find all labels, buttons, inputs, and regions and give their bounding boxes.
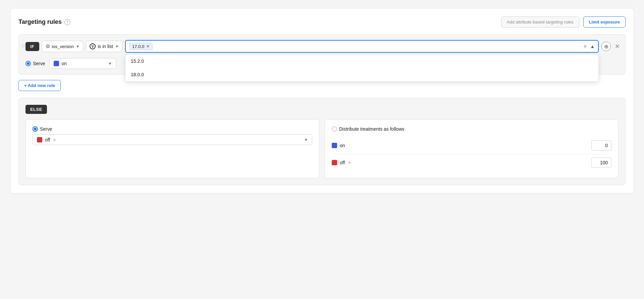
close-rule-button[interactable]: ✕ — [615, 43, 620, 50]
if-serve-chevron-icon: ▼ — [108, 61, 112, 66]
distribute-row-on: on — [332, 137, 611, 154]
attribute-selector[interactable]: ⚙ ios_version ▼ — [42, 41, 84, 52]
page-container: Targeting rules ? Add attribute based ta… — [10, 8, 634, 194]
distribute-item-label-off: off — [340, 160, 345, 165]
else-serve-label: Serve — [40, 126, 52, 132]
limit-exposure-button[interactable]: Limit exposure — [583, 16, 626, 28]
header-actions: Add attribute based targeting rules Limi… — [501, 16, 626, 28]
if-badge: IF — [25, 42, 39, 51]
else-cards: Serve off ✳ ▼ Distribute treatments as f… — [25, 119, 619, 178]
drag-handle[interactable]: ⠿ — [21, 43, 25, 50]
add-value-button[interactable]: ⊕ — [601, 42, 611, 51]
else-distribute-radio[interactable] — [332, 126, 337, 132]
rule-row: ⠿ IF ⚙ ios_version ▼ V is in list ▼ 17.0… — [25, 40, 620, 53]
clear-icon[interactable]: ✕ — [583, 44, 587, 49]
else-serve-asterisk: ✳ — [53, 137, 56, 142]
if-rule-block: ⠿ IF ⚙ ios_version ▼ V is in list ▼ 17.0… — [18, 34, 626, 75]
else-distribute-title: Distribute treatments as follows — [339, 126, 405, 132]
distribute-label-off: off ✳ — [332, 160, 351, 165]
distribute-input-on[interactable] — [591, 140, 611, 151]
attribute-name: ios_version — [52, 44, 74, 49]
help-icon[interactable]: ? — [64, 19, 70, 25]
distribute-color-on — [332, 143, 337, 148]
attribute-chevron-icon: ▼ — [76, 44, 79, 48]
dropdown-item-1[interactable]: 18.0.0 — [125, 68, 598, 81]
page-header: Targeting rules ? Add attribute based ta… — [18, 16, 626, 28]
else-serve-color-dot — [37, 137, 42, 142]
if-serve-value: on — [62, 61, 67, 66]
page-title: Targeting rules — [18, 18, 62, 26]
if-serve-label: Serve — [33, 61, 45, 66]
else-serve-value: off — [45, 137, 50, 142]
operator-v-icon: V — [90, 43, 96, 49]
attribute-icon: ⚙ — [46, 43, 50, 49]
if-serve-dropdown[interactable]: on ▼ — [49, 58, 116, 69]
tag-close-icon[interactable]: ✕ — [146, 44, 150, 49]
operator-chevron-icon: ▼ — [115, 44, 119, 48]
distribute-item-label-on: on — [340, 143, 345, 148]
value-input-box[interactable]: 17.0.0 ✕ ✕ ▲ — [125, 40, 599, 53]
operator-label: is in list — [98, 44, 113, 49]
dropdown-item-0[interactable]: 15.2.0 — [125, 54, 598, 68]
else-distribute-radio-label[interactable]: Distribute treatments as follows — [332, 126, 611, 132]
distribute-row-off: off ✳ — [332, 154, 611, 171]
value-dropdown: 15.2.0 18.0.0 — [125, 54, 599, 82]
else-serve-radio-label[interactable]: Serve — [33, 126, 312, 132]
else-serve-chevron-icon: ▼ — [304, 138, 308, 142]
value-input-actions: ✕ ▲ — [583, 44, 595, 49]
tag-value: 17.0.0 — [132, 44, 144, 49]
title-area: Targeting rules ? — [18, 18, 70, 26]
if-serve-color-dot — [54, 61, 59, 66]
operator-selector[interactable]: V is in list ▼ — [86, 41, 122, 52]
else-badge: ELSE — [25, 105, 47, 114]
else-distribute-card: Distribute treatments as follows on off … — [325, 119, 619, 178]
collapse-icon[interactable]: ▲ — [590, 44, 595, 49]
distribute-label-on: on — [332, 143, 345, 148]
else-block: ELSE Serve off ✳ ▼ — [18, 98, 626, 185]
distribute-color-off — [332, 160, 337, 165]
add-new-rule-button[interactable]: + Add new rule — [18, 80, 61, 91]
value-tag-chip: 17.0.0 ✕ — [129, 43, 153, 50]
value-input-container: 17.0.0 ✕ ✕ ▲ 15.2.0 18.0.0 — [125, 40, 599, 53]
else-serve-radio[interactable] — [33, 126, 38, 132]
distribute-input-off[interactable] — [591, 158, 611, 168]
if-serve-radio-label[interactable]: Serve — [25, 61, 45, 66]
add-attribute-button[interactable]: Add attribute based targeting rules — [501, 16, 579, 28]
if-serve-radio[interactable] — [25, 61, 31, 66]
else-serve-card: Serve off ✳ ▼ — [25, 119, 319, 178]
distribute-asterisk-off: ✳ — [347, 160, 351, 165]
else-serve-dropdown[interactable]: off ✳ ▼ — [33, 134, 312, 145]
